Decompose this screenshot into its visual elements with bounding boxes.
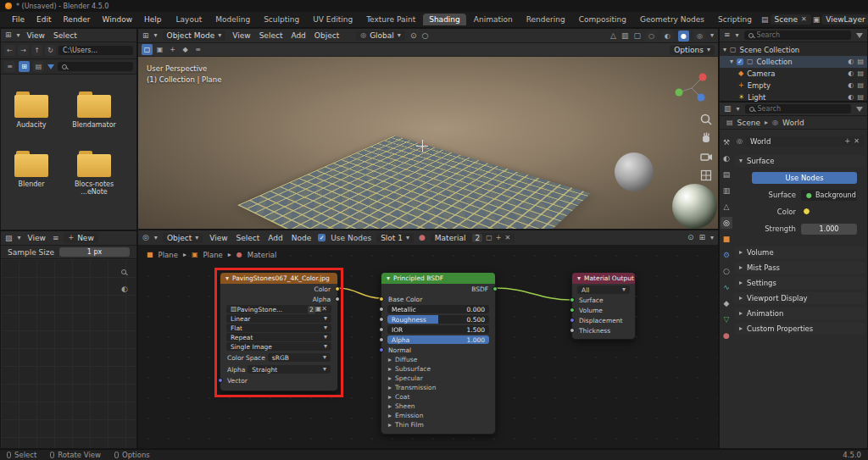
zoom-icon[interactable]: [699, 113, 713, 126]
section-transmission[interactable]: ▸Transmission: [381, 383, 495, 392]
workspace-tab-layout[interactable]: Layout: [170, 14, 209, 25]
node-principled-bsdf[interactable]: ▾ Principled BSDF BSDF Base Color Metall…: [381, 272, 496, 435]
snap-node-icon[interactable]: ⊞: [698, 234, 705, 241]
node-header[interactable]: ▾ PavingStones067_4K_Color.jpg: [220, 273, 337, 284]
camera-view-icon[interactable]: [699, 150, 713, 163]
tool-move-button[interactable]: ◆: [180, 44, 191, 55]
node-header[interactable]: ▾ Material Output: [572, 273, 635, 284]
input-socket-surface[interactable]: [570, 297, 575, 302]
section-diffuse[interactable]: ▸Diffuse: [381, 355, 495, 364]
input-socket-volume[interactable]: [570, 308, 575, 313]
viewport-menu-view[interactable]: View: [231, 31, 252, 40]
menu-render[interactable]: Render: [58, 14, 96, 25]
input-socket-ior[interactable]: [379, 327, 384, 332]
viewport-menu-select[interactable]: Select: [258, 31, 285, 40]
properties-tab-render[interactable]: ◐: [721, 152, 732, 164]
outliner-row-empty[interactable]: + Empty ◐ ▤: [720, 80, 867, 91]
viewport-menu-object[interactable]: Object: [313, 31, 341, 40]
section-sheen[interactable]: ▸Sheen: [381, 402, 495, 411]
shader-type-selector[interactable]: Object ▾: [163, 233, 203, 243]
tool-select-box-button[interactable]: ▣: [154, 44, 165, 55]
breadcrumb-scene[interactable]: Scene: [737, 119, 760, 127]
outliner-filter-icon[interactable]: [856, 33, 863, 38]
color-space-dropdown[interactable]: sRGB ▾: [268, 353, 331, 362]
workspace-tab-texture-paint[interactable]: Texture Paint: [360, 14, 421, 25]
volume-panel-header[interactable]: ▸ Volume: [734, 247, 865, 258]
viewport-canvas[interactable]: User Perspective (1) Collection | Plane: [138, 57, 718, 229]
output-target-dropdown[interactable]: All ▾: [577, 285, 630, 294]
display-list-button[interactable]: ≡: [4, 61, 15, 72]
file-search-box[interactable]: [58, 62, 133, 71]
interpolation-dropdown[interactable]: Linear ▾: [226, 314, 331, 323]
workspace-tab-sculpting[interactable]: Sculpting: [258, 14, 305, 25]
roughness-slider[interactable]: Roughness 0.500: [387, 315, 489, 324]
file-browser-menu-view[interactable]: View: [25, 31, 47, 40]
editor-type-icon[interactable]: ▨: [5, 235, 13, 242]
shading-material-button[interactable]: ●: [678, 30, 689, 42]
outliner-row-collection[interactable]: ▾ ✓ ▢ Collection ◐ ▤: [720, 56, 867, 68]
surface-panel-header[interactable]: ▾ Surface: [734, 155, 865, 167]
new-image-button[interactable]: + New: [64, 233, 97, 243]
ior-slider[interactable]: IOR 1.500: [387, 325, 489, 334]
editor-type-icon[interactable]: ▥: [724, 105, 732, 113]
tool-cursor-button[interactable]: +: [167, 44, 178, 55]
workspace-tab-shading[interactable]: Shading: [423, 14, 466, 25]
custom-properties-panel-header[interactable]: ▸ Custom Properties: [734, 323, 865, 335]
pan-hand-icon[interactable]: [699, 131, 713, 145]
input-socket-thickness[interactable]: [570, 328, 575, 333]
properties-tab-output[interactable]: ▤: [721, 169, 732, 180]
disable-render-icon[interactable]: ▤: [857, 58, 864, 65]
folder-item-audacity[interactable]: Audacity: [8, 95, 55, 129]
shading-popover-caret-icon[interactable]: ▾: [710, 32, 714, 39]
breadcrumb-world[interactable]: World: [782, 119, 804, 127]
image-editor-menu-view[interactable]: View: [26, 234, 47, 242]
properties-tab-physics[interactable]: ∿: [721, 281, 732, 293]
shading-rendered-button[interactable]: ◎: [694, 30, 705, 42]
editor-type-icon[interactable]: ◎: [142, 234, 149, 241]
editor-type-caret-icon[interactable]: ▾: [736, 32, 739, 39]
collection-checkbox[interactable]: ✓: [737, 58, 743, 65]
mist-pass-panel-header[interactable]: ▸ Mist Pass: [734, 262, 865, 274]
expand-icon[interactable]: ▾: [730, 58, 733, 65]
zoom-icon[interactable]: [121, 269, 126, 276]
file-path-input[interactable]: [63, 47, 129, 54]
projection-dropdown[interactable]: Flat ▾: [226, 324, 331, 332]
editor-type-caret-icon[interactable]: ▾: [154, 235, 158, 241]
folder-item-blender[interactable]: Blender: [8, 154, 55, 188]
nav-up-button[interactable]: ↑: [31, 45, 42, 56]
properties-search-box[interactable]: [745, 104, 851, 114]
section-emission[interactable]: ▸Emission: [381, 411, 495, 420]
display-details-button[interactable]: ▤: [33, 61, 44, 72]
tool-tweak-button[interactable]: ▢: [142, 44, 153, 55]
hide-viewport-icon[interactable]: ◐: [848, 94, 854, 101]
section-specular[interactable]: ▸Specular: [381, 374, 495, 383]
color-socket-swatch[interactable]: [803, 208, 810, 215]
list-icon[interactable]: ≡: [53, 235, 59, 242]
outliner-search-box[interactable]: [744, 30, 851, 40]
properties-tab-material[interactable]: ●: [721, 330, 732, 341]
scene-browse-icon[interactable]: ▤: [761, 16, 769, 24]
material-datablock[interactable]: Material 2 ▢ + ✕: [431, 233, 515, 243]
nav-back-button[interactable]: ←: [4, 45, 15, 56]
properties-tab-view-layer[interactable]: ▥: [721, 185, 732, 197]
new-world-icon[interactable]: +: [845, 138, 851, 145]
disable-render-icon[interactable]: ▤: [857, 94, 864, 101]
shader-menu-view[interactable]: View: [208, 234, 229, 242]
workspace-tab-uv-editing[interactable]: UV Editing: [307, 14, 359, 25]
folder-item-blocs-notes[interactable]: Blocs-notes ...eNote: [70, 154, 118, 196]
expand-icon[interactable]: ▾: [723, 47, 726, 53]
workspace-tab-compositing[interactable]: Compositing: [573, 14, 632, 25]
menu-help[interactable]: Help: [139, 14, 167, 25]
input-socket-normal[interactable]: [379, 347, 384, 352]
use-nodes-button[interactable]: Use Nodes: [752, 172, 857, 184]
nav-refresh-button[interactable]: ↻: [45, 45, 56, 56]
toggle-grid-icon[interactable]: [699, 169, 713, 182]
workspace-tab-geometry-nodes[interactable]: Geometry Nodes: [634, 14, 710, 25]
header-caret-icon[interactable]: ▾: [710, 235, 714, 241]
viewlayer-browse-icon[interactable]: ▣: [813, 16, 821, 24]
material-users-count[interactable]: 2: [472, 234, 482, 242]
strength-field[interactable]: 1.000: [801, 224, 857, 235]
material-slot-selector[interactable]: Slot 1 ▾: [376, 233, 414, 243]
menu-file[interactable]: File: [7, 14, 30, 25]
editor-type-caret-icon[interactable]: ▾: [737, 106, 740, 113]
